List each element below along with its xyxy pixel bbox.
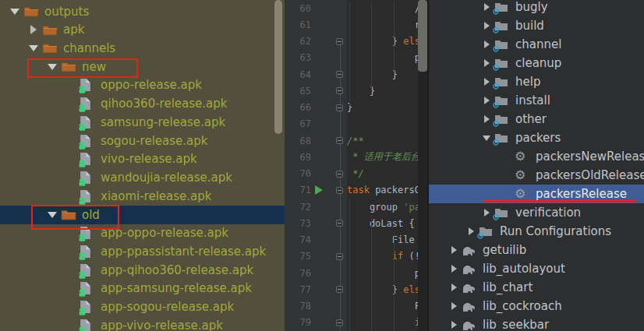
- editor-line-76[interactable]: 76 pr: [285, 265, 427, 281]
- editor-line-65[interactable]: 65 }: [285, 83, 427, 99]
- apk-file-icon: [80, 245, 91, 259]
- fold-marker-icon[interactable]: [336, 319, 343, 326]
- gradle-row-getuilib[interactable]: getuilib: [429, 241, 644, 259]
- gradle-row-cleanup[interactable]: ⚙ cleanup: [429, 54, 644, 72]
- gradle-row-packersoldrelease[interactable]: ⚙ packersOldRelease: [429, 166, 644, 185]
- tree-row-label: build: [515, 19, 544, 33]
- gradle-task-gear-icon: ⚙: [515, 169, 525, 181]
- gradle-row-lib-seekbar[interactable]: lib_seekbar: [429, 315, 644, 331]
- tree-row-vivo-release-apk[interactable]: vivo-release.apk: [0, 150, 285, 168]
- editor-line-78[interactable]: 78 Fi: [285, 298, 427, 315]
- fold-marker-icon[interactable]: [336, 253, 343, 260]
- code-text: if (!ou: [347, 251, 427, 262]
- tree-row-sogou-release-apk[interactable]: sogou-release.apk: [0, 132, 285, 150]
- fold-marker-icon[interactable]: [336, 187, 343, 194]
- line-number: 68: [291, 136, 311, 146]
- gradle-row-packersnewrelease[interactable]: ⚙ packersNewRelease: [429, 147, 644, 166]
- tree-row-oppo-release-apk[interactable]: oppo-release.apk: [0, 76, 285, 94]
- android-robot-icon: [78, 141, 87, 150]
- gradle-row-help[interactable]: ⚙ help: [429, 72, 644, 91]
- gradle-row-lib-autolayout[interactable]: lib_autolayout: [429, 259, 644, 278]
- fold-marker-icon[interactable]: [336, 286, 343, 293]
- gradle-row-install[interactable]: ⚙ install: [429, 91, 644, 110]
- editor-line-72[interactable]: 72 group 'pac: [285, 199, 427, 215]
- editor-line-77[interactable]: 77 } else: [285, 281, 427, 298]
- fold-marker-icon[interactable]: [336, 171, 343, 178]
- gradle-row-lib-chart[interactable]: lib_chart: [429, 278, 644, 297]
- expand-arrow[interactable]: [25, 45, 42, 51]
- tree-row-outputs[interactable]: outputs: [0, 2, 285, 20]
- apk-file-icon: [80, 263, 91, 277]
- tree-row-label: apk: [63, 23, 84, 37]
- tree-row-xiaomi-release-apk[interactable]: xiaomi-release.apk: [0, 187, 285, 205]
- expand-arrow[interactable]: [6, 9, 23, 15]
- fold-marker-icon[interactable]: [336, 87, 343, 94]
- code-text: r: [347, 19, 420, 30]
- task-group-folder-icon: ⚙: [494, 207, 508, 218]
- left-panel-scrollbar[interactable]: [274, 0, 282, 134]
- editor-line-69[interactable]: 69 * 适用于老后台: [285, 149, 427, 165]
- tree-row-channels[interactable]: channels: [0, 39, 285, 57]
- gradle-row-bugly[interactable]: ⚙ bugly: [429, 0, 644, 16]
- editor-line-67[interactable]: 67: [285, 116, 427, 132]
- editor-line-73[interactable]: 73 doLast {: [285, 215, 427, 231]
- code-text: doLast {: [347, 218, 415, 229]
- editor-scrollbar[interactable]: [418, 0, 427, 72]
- editor-line-79[interactable]: 79 if: [285, 315, 427, 331]
- gradle-row-run-configurations[interactable]: ⚙ Run Configurations: [429, 222, 644, 241]
- folder-icon: [23, 5, 39, 17]
- code-text: pr: [347, 52, 426, 63]
- tree-row-app-ppassistant-release-apk[interactable]: app-ppassistant-release.apk: [0, 242, 285, 260]
- editor-line-61[interactable]: 61 r: [285, 16, 427, 33]
- expand-arrow[interactable]: [446, 321, 462, 329]
- editor-line-75[interactable]: 75 if (!ou: [285, 248, 427, 265]
- android-robot-icon: [78, 104, 87, 112]
- gradle-row-other[interactable]: ⚙ other: [429, 110, 644, 129]
- gradle-row-channel[interactable]: ⚙ channel: [429, 35, 644, 54]
- fold-marker-icon[interactable]: [336, 38, 343, 45]
- task-group-folder-icon: ⚙: [494, 58, 508, 69]
- editor-line-66[interactable]: 66 }: [285, 100, 427, 116]
- gradle-row-build[interactable]: ⚙ build: [429, 16, 644, 35]
- expand-arrow[interactable]: [446, 283, 462, 291]
- gradle-row-packers[interactable]: ⚙ packers: [429, 129, 644, 147]
- gear-badge-icon: ⚙: [492, 213, 500, 222]
- apk-file-icon: [80, 115, 91, 129]
- code-editor-panel[interactable]: 60 / 61 r 62 } else { 63 pr 64 } 65 } 66: [285, 0, 427, 331]
- line-number: 64: [291, 69, 311, 80]
- editor-line-71[interactable]: 71 task packersOld: [285, 182, 427, 199]
- tree-row-label: packers: [515, 131, 561, 145]
- editor-line-62[interactable]: 62 } else {: [285, 33, 427, 50]
- tree-row-apk[interactable]: apk: [0, 21, 285, 39]
- code-text: }: [347, 69, 398, 80]
- apk-file-icon: [80, 97, 91, 111]
- editor-line-63[interactable]: 63 pr: [285, 50, 427, 66]
- editor-line-70[interactable]: 70 */: [285, 166, 427, 182]
- run-task-icon[interactable]: [315, 185, 323, 195]
- tree-row-app-vivo-release-apk[interactable]: app-vivo-release.apk: [0, 316, 285, 331]
- tree-row-app-samsung-release-apk[interactable]: app-samsung-release.apk: [0, 280, 285, 298]
- fold-marker-icon[interactable]: [336, 104, 343, 111]
- gradle-row-lib-cockroach[interactable]: lib_cockroach: [429, 297, 644, 315]
- expand-arrow[interactable]: [446, 265, 462, 273]
- editor-line-64[interactable]: 64 }: [285, 66, 427, 83]
- tree-row-app-qihoo360-release-apk[interactable]: app-qihoo360-release.apk: [0, 261, 285, 279]
- editor-line-60[interactable]: 60 /: [285, 0, 427, 16]
- fold-marker-icon[interactable]: [336, 137, 343, 144]
- tree-row-label: Run Configurations: [500, 224, 611, 238]
- fold-marker-icon[interactable]: [336, 71, 343, 78]
- tree-row-samsung-release-apk[interactable]: samsung-release.apk: [0, 113, 285, 131]
- expand-arrow[interactable]: [446, 246, 462, 254]
- gradle-row-verification[interactable]: ⚙ verification: [429, 203, 644, 222]
- expand-arrow[interactable]: [446, 302, 462, 310]
- editor-line-74[interactable]: 74 File ou: [285, 232, 427, 248]
- editor-line-68[interactable]: 68 /**: [285, 132, 427, 149]
- expand-arrow[interactable]: [25, 25, 42, 34]
- tree-row-qihoo360-release-apk[interactable]: qihoo360-release.apk: [0, 95, 285, 113]
- task-group-folder-icon: ⚙: [494, 76, 508, 87]
- tree-row-wandoujia-release-apk[interactable]: wandoujia-release.apk: [0, 168, 285, 186]
- code-text: group 'pac: [347, 202, 426, 213]
- tree-row-label: bugly: [515, 0, 548, 14]
- fold-marker-icon[interactable]: [336, 220, 343, 227]
- tree-row-app-sogou-release-apk[interactable]: app-sogou-release.apk: [0, 298, 285, 316]
